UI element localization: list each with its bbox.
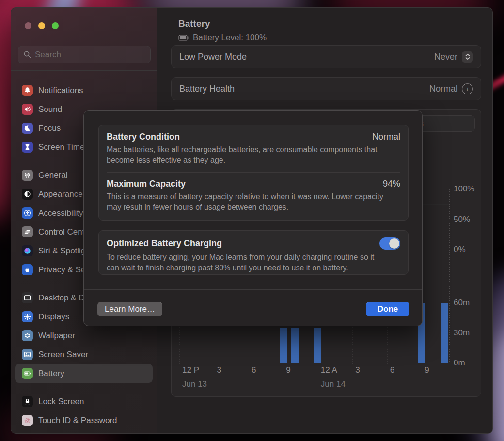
sidebar-item-lock-screen[interactable]: Lock Screen [15,392,153,411]
accessibility-icon [22,207,33,219]
sidebar-divider [11,70,157,71]
info-icon[interactable]: i [462,83,473,94]
optimized-charging-toggle[interactable] [379,237,400,250]
bell-icon [22,85,33,96]
current-time-marker [449,189,450,363]
traffic-light-minimize[interactable] [38,22,45,29]
desktop-dock-icon [22,292,33,303]
low-power-mode-row: Low Power Mode Never [171,45,481,68]
x-axis-tick-label: 6 [390,365,394,375]
battery-level-text: Battery Level: 100% [193,33,267,43]
x-axis-date-label: Jun 14 [321,379,346,389]
speaker-icon [22,104,33,115]
x-axis-tick-label: 12 A [321,365,337,375]
x-axis-tick-label: 9 [425,365,429,375]
battery-level-icon [178,35,189,41]
search-icon [23,50,32,59]
optimized-charging-title: Optimized Battery Charging [107,238,222,249]
x-axis-tick-label: 3 [217,365,221,375]
x-axis-tick-label: 6 [252,365,256,375]
usage-bar [291,328,299,363]
battery-condition-group: Battery Condition Normal Mac batteries, … [98,125,409,220]
moon-icon [22,123,33,134]
battery-icon [22,368,33,379]
low-power-mode-label: Low Power Mode [179,52,247,62]
battery-health-row: Battery Health Normal i [171,77,481,100]
y-axis-tick-label: 0% [454,244,466,255]
battery-level-status: Battery Level: 100% [178,33,267,43]
battery-health-dialog: Battery Condition Normal Mac batteries, … [83,110,423,326]
sidebar-item-screen-saver[interactable]: Screen Saver [15,345,153,364]
learn-more-button[interactable]: Learn More… [97,302,162,316]
y-axis-tick-label: 0m [454,358,465,368]
search-input[interactable]: Search [18,46,151,63]
desktop: Search Notifications Sound [0,0,504,441]
x-axis-date-label: Jun 13 [182,379,207,389]
low-power-mode-value: Never [434,52,457,62]
battery-condition-title: Battery Condition [107,132,180,142]
maximum-capacity-title: Maximum Capacity [107,179,186,189]
grid-line-horizontal [179,363,449,363]
optimized-charging-group: Optimized Battery Charging To reduce bat… [98,230,409,275]
battery-health-label: Battery Health [179,84,235,94]
group-divider [107,172,400,173]
usage-bar [280,328,287,363]
traffic-light-zoom[interactable] [52,22,59,29]
done-button[interactable]: Done [366,302,410,316]
y-axis-tick-label: 60m [454,298,470,308]
x-axis-tick-label: 12 P [182,365,199,375]
usage-bar [441,303,448,363]
battery-condition-description: Mac batteries, like all rechargeable bat… [107,144,388,166]
fingerprint-icon [22,415,33,426]
search-placeholder: Search [35,50,61,60]
gear-icon [22,170,33,181]
display-brightness-icon [22,311,33,322]
screen-saver-icon [22,349,33,360]
maximum-capacity-value: 94% [383,179,400,189]
y-axis-tick-label: 30m [454,328,470,338]
battery-condition-value: Normal [372,132,400,142]
battery-health-value: Normal [429,84,457,94]
sidebar-item-touch-id[interactable]: Touch ID & Password [15,411,153,430]
toggle-knob [389,238,399,249]
dialog-footer-divider [84,289,422,290]
maximum-capacity-description: This is a measure of battery capacity re… [107,191,388,213]
sidebar-item-battery[interactable]: Battery [15,364,153,383]
y-axis-tick-label: 50% [454,214,470,225]
low-power-mode-stepper[interactable] [462,51,473,63]
y-axis-tick-label: 100% [454,184,474,194]
usage-bar [314,328,321,363]
siri-icon [22,245,33,256]
sidebar-item-notifications[interactable]: Notifications [15,81,153,100]
sidebar-item-wallpaper[interactable]: Wallpaper [15,326,153,345]
appearance-icon [22,189,33,200]
hand-icon [22,264,33,275]
traffic-light-close[interactable] [25,22,32,29]
x-axis-tick-label: 3 [355,365,360,375]
wallpaper-icon [22,330,33,341]
lock-icon [22,396,33,407]
x-axis-tick-label: 9 [286,365,290,375]
control-center-icon [22,226,33,237]
page-title: Battery [178,18,210,29]
hourglass-icon [22,142,33,153]
optimized-charging-description: To reduce battery aging, your Mac learns… [107,252,388,273]
